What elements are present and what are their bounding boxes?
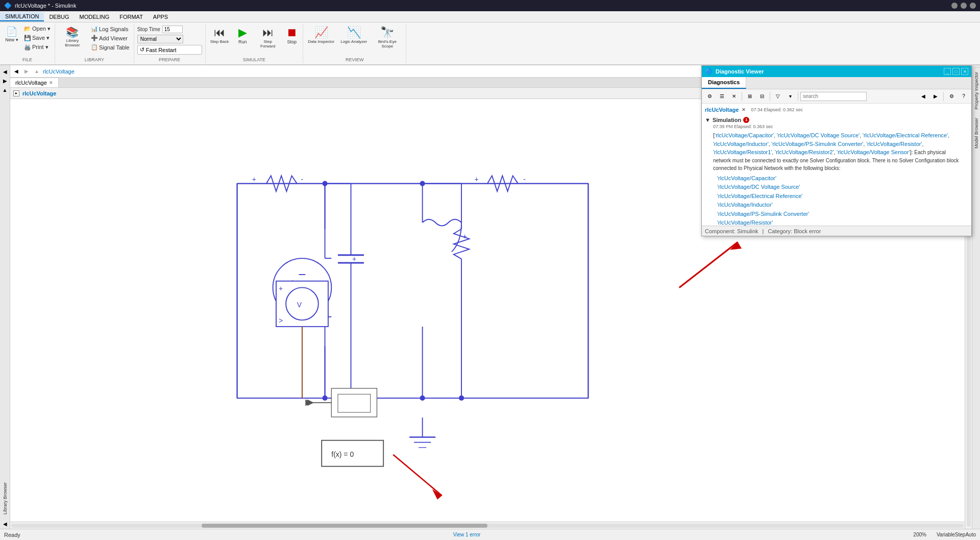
diag-minimize-button[interactable]: _: [944, 68, 951, 75]
logic-analyzer-icon: 📉: [347, 26, 361, 39]
expand-model-button[interactable]: ▸: [13, 90, 19, 96]
diag-tab-label: Diagnostics: [708, 79, 740, 85]
error-link[interactable]: View 1 error: [453, 532, 481, 537]
diag-link-inductor[interactable]: 'rlcUcVoltage/Inductor': [713, 141, 769, 147]
library-browser-button[interactable]: 📚 Library Browser: [57, 24, 88, 49]
diag-tool-list-btn[interactable]: ☰: [716, 91, 727, 102]
collapse-sidebar-btn[interactable]: ◀: [1, 520, 9, 528]
log-signals-button[interactable]: 📊 Log Signals: [89, 24, 132, 33]
open-label: Open ▾: [32, 26, 51, 32]
step-forward-button[interactable]: ⏭ Step Forward: [254, 24, 282, 50]
save-button[interactable]: 💾 Save ▾: [22, 34, 53, 42]
library-group: 📚 Library Browser 📊 Log Signals ➕ Add Vi…: [55, 23, 134, 63]
diag-list-link-elec-ref[interactable]: 'rlcUcVoltage/Electrical Reference': [717, 193, 802, 199]
sidebar-nav-forward[interactable]: ▶: [1, 77, 9, 85]
diag-tool-expand-btn[interactable]: ⊞: [744, 91, 755, 102]
stop-time-label: Stop Time: [137, 27, 160, 32]
open-button[interactable]: 📂 Open ▾: [22, 24, 53, 33]
minimize-button[interactable]: [951, 3, 958, 9]
new-icon: 📄: [6, 26, 17, 37]
menu-item-modeling[interactable]: MODELING: [75, 13, 115, 21]
stop-time-input[interactable]: [162, 26, 183, 33]
maximize-button[interactable]: [961, 3, 967, 9]
prepare-group-label: PREPARE: [137, 57, 202, 62]
new-button[interactable]: 📄 New ▾: [2, 24, 21, 56]
diag-link-resistor1[interactable]: 'rlcUcVoltage/Resistor1': [713, 149, 772, 155]
stop-button[interactable]: ⏹ Stop: [283, 24, 301, 46]
diag-link-ps-converter[interactable]: 'rlcUcVoltage/PS-Simulink Converter': [771, 141, 863, 147]
property-inspector-tab[interactable]: Property Inspector: [973, 67, 980, 114]
diag-model-close-icon[interactable]: ✕: [742, 107, 746, 112]
diag-link-resistor2[interactable]: 'rlcUcVoltage/Resistor2': [775, 149, 834, 155]
nav-forward-button[interactable]: ▶: [22, 67, 31, 76]
breadcrumb-model[interactable]: rlcUcVoltage: [43, 68, 75, 75]
diag-maximize-button[interactable]: □: [952, 68, 960, 75]
print-button[interactable]: 🖨️ Print ▾: [22, 43, 53, 52]
diag-error-message: ['rlcUcVoltage/Capacitor', 'rlcUcVoltage…: [705, 130, 968, 173]
diag-tab-diagnostics[interactable]: Diagnostics: [702, 77, 746, 89]
signal-table-button[interactable]: 📋 Signal Table: [89, 43, 132, 52]
diag-sep3: [798, 92, 798, 101]
diag-timestamp2: 07:39 PM Elapsed: 0.363 sec: [705, 124, 968, 130]
logic-analyzer-button[interactable]: 📉 Logic Analyzer: [338, 24, 370, 45]
run-button[interactable]: ▶ Run: [232, 24, 253, 46]
menu-item-debug[interactable]: DEBUG: [44, 13, 74, 21]
diag-settings-btn[interactable]: ⚙: [946, 91, 957, 102]
library-small-buttons: 📊 Log Signals ➕ Add Viewer 📋 Signal Tabl…: [89, 24, 132, 52]
tab-close-icon[interactable]: ✕: [49, 80, 53, 85]
expand-section-icon[interactable]: ▼: [705, 117, 710, 123]
diag-link-capacitor[interactable]: 'rlcUcVoltage/Capacitor': [715, 132, 774, 138]
svg-line-58: [393, 455, 442, 496]
diag-link-elec-ref[interactable]: 'rlcUcVoltage/Electrical Reference': [863, 132, 948, 138]
sidebar-up[interactable]: ▲: [1, 86, 9, 94]
diag-nav-next-btn[interactable]: ▶: [930, 91, 941, 102]
nav-up-button[interactable]: ▲: [33, 67, 41, 76]
nav-back-button[interactable]: ◀: [12, 67, 20, 76]
menu-item-simulation[interactable]: SIMULATION: [0, 12, 44, 21]
diag-tool-filter2-btn[interactable]: ▽: [772, 91, 783, 102]
add-viewer-button[interactable]: ➕ Add Viewer: [89, 34, 132, 42]
file-small-buttons: 📂 Open ▾ 💾 Save ▾ 🖨️ Print ▾: [22, 24, 53, 56]
diag-tab-bar: Diagnostics: [702, 77, 971, 89]
error-dot: 1: [743, 117, 749, 123]
close-button[interactable]: [970, 3, 976, 9]
fast-restart-button[interactable]: ↺ Fast Restart: [137, 45, 202, 55]
diag-tool-collapse-btn[interactable]: ⊟: [756, 91, 768, 102]
diag-close-button[interactable]: ✕: [961, 68, 968, 75]
logic-analyzer-label: Logic Analyzer: [340, 39, 367, 44]
simulate-buttons: ⏮ Step Back ▶ Run ⏭ Step Forward ⏹ Stop: [208, 24, 301, 56]
diag-list-link-dc-source[interactable]: 'rlcUcVoltage/DC Voltage Source': [717, 184, 800, 190]
diag-search-input[interactable]: [800, 92, 867, 101]
solver-select[interactable]: Normal Accelerator Rapid Accelerator: [137, 35, 183, 43]
data-inspector-button[interactable]: 📈 Data Inspector: [305, 24, 337, 45]
diag-links-list: 'rlcUcVoltage/Capacitor' 'rlcUcVoltage/D…: [705, 173, 968, 226]
step-back-button[interactable]: ⏮ Step Back: [208, 24, 231, 45]
sidebar-nav-back[interactable]: ◀: [1, 67, 9, 76]
diag-help-btn[interactable]: ?: [958, 91, 969, 102]
diag-tool-clear-btn[interactable]: ✕: [728, 91, 740, 102]
diag-title-icon: 🔷: [705, 68, 713, 75]
h-scrollbar[interactable]: [10, 522, 965, 529]
diag-link-voltage-sensor[interactable]: 'rlcUcVoltage/Voltage Sensor': [837, 149, 910, 155]
diag-list-link-inductor[interactable]: 'rlcUcVoltage/Inductor': [717, 202, 773, 208]
menu-item-apps[interactable]: APPS: [148, 13, 173, 21]
diag-tool-options-btn[interactable]: ▾: [785, 91, 796, 102]
prepare-content: Stop Time Normal Accelerator Rapid Accel…: [137, 24, 202, 56]
library-browser-label: Library Browser: [60, 38, 85, 47]
diag-link-resistor[interactable]: 'rlcUcVoltage/Resistor': [866, 141, 922, 147]
diag-tool-filter-btn[interactable]: ⚙: [704, 91, 715, 102]
diag-link-dc-source[interactable]: 'rlcUcVoltage/DC Voltage Source': [777, 132, 860, 138]
birds-eye-scope-button[interactable]: 🔭 Bird's-Eye Scope: [371, 24, 404, 50]
data-inspector-label: Data Inspector: [308, 39, 334, 44]
menu-item-format[interactable]: FORMAT: [114, 13, 148, 21]
diagram-tab-item[interactable]: rlcUcVoltage ✕: [10, 78, 59, 87]
diag-list-link-ps-converter[interactable]: 'rlcUcVoltage/PS-Simulink Converter': [717, 211, 809, 217]
diag-nav-prev-btn[interactable]: ◀: [918, 91, 929, 102]
diag-list-link-resistor[interactable]: 'rlcUcVoltage/Resistor': [717, 219, 773, 226]
stop-time-row: Stop Time: [137, 26, 202, 33]
h-scroll-thumb[interactable]: [202, 524, 487, 528]
app-container: 🔷 rlcUcVoltage * - Simulink SIMULATION D…: [0, 0, 980, 540]
diag-list-link-capacitor[interactable]: 'rlcUcVoltage/Capacitor': [717, 175, 776, 181]
library-browser-vertical-tab[interactable]: Library Browser: [2, 480, 9, 517]
model-browser-tab[interactable]: Model Browser: [973, 114, 980, 153]
